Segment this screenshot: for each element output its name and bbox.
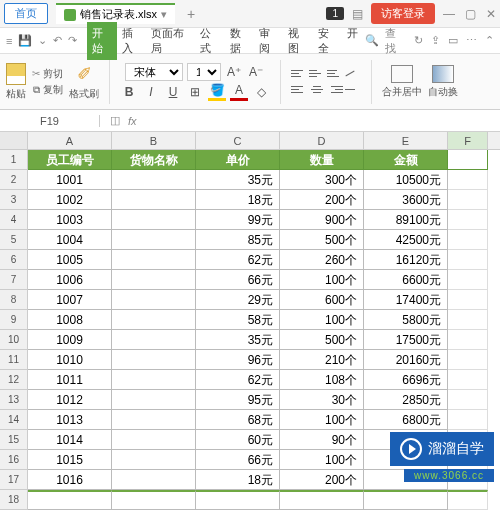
col-header-c[interactable]: C (196, 132, 280, 149)
cell[interactable] (448, 370, 488, 390)
cell[interactable]: 300个 (280, 170, 364, 190)
row-header[interactable]: 1 (0, 150, 28, 170)
cell[interactable] (280, 490, 364, 510)
menu-data[interactable]: 数据 (225, 22, 254, 60)
cell[interactable]: 35元 (196, 170, 280, 190)
cell[interactable]: 3600元 (364, 190, 448, 210)
cell[interactable]: 1011 (28, 370, 112, 390)
auto-wrap-button[interactable]: 自动换 (428, 65, 458, 99)
cell[interactable]: 210个 (280, 350, 364, 370)
cell[interactable] (112, 350, 196, 370)
decrease-font-icon[interactable]: A⁻ (247, 63, 265, 81)
align-center-icon[interactable] (309, 83, 325, 97)
row-header[interactable]: 9 (0, 310, 28, 330)
row-header[interactable]: 17 (0, 470, 28, 490)
header-cell[interactable]: 货物名称 (112, 150, 196, 170)
cell[interactable] (112, 210, 196, 230)
login-button[interactable]: 访客登录 (371, 3, 435, 24)
row-header[interactable]: 11 (0, 350, 28, 370)
cell[interactable] (112, 370, 196, 390)
align-bottom-icon[interactable] (327, 67, 343, 81)
clear-format-icon[interactable]: ◇ (252, 83, 270, 101)
search-label[interactable]: 查找 (385, 26, 404, 56)
cell[interactable] (364, 490, 448, 510)
cell[interactable]: 6600元 (364, 270, 448, 290)
font-name-select[interactable]: 宋体 (125, 63, 183, 81)
cell[interactable]: 1009 (28, 330, 112, 350)
cell[interactable]: 60元 (196, 430, 280, 450)
menu-review[interactable]: 审阅 (254, 22, 283, 60)
row-header[interactable]: 7 (0, 270, 28, 290)
cell[interactable] (448, 270, 488, 290)
cell[interactable]: 99元 (196, 210, 280, 230)
cut-button[interactable]: ✂剪切 (32, 67, 63, 81)
cell[interactable]: 100个 (280, 310, 364, 330)
align-middle-icon[interactable] (309, 67, 325, 81)
menu-view[interactable]: 视图 (283, 22, 312, 60)
collapse-icon[interactable]: ⌃ (485, 34, 494, 47)
header-cell[interactable]: 数量 (280, 150, 364, 170)
settings-icon[interactable]: ▭ (448, 34, 458, 47)
cell[interactable]: 600个 (280, 290, 364, 310)
cell[interactable]: 1004 (28, 230, 112, 250)
cell[interactable]: 66元 (196, 270, 280, 290)
cell[interactable] (448, 170, 488, 190)
cell[interactable]: 95元 (196, 390, 280, 410)
cell[interactable] (112, 390, 196, 410)
name-box[interactable]: F19 (0, 115, 100, 127)
cell[interactable]: 1005 (28, 250, 112, 270)
col-header-b[interactable]: B (112, 132, 196, 149)
cell[interactable]: 1008 (28, 310, 112, 330)
cell[interactable]: 2850元 (364, 390, 448, 410)
cell[interactable]: 100个 (280, 270, 364, 290)
reference-icon[interactable]: ◫ (110, 114, 120, 127)
cell[interactable] (28, 490, 112, 510)
header-cell[interactable]: 单价 (196, 150, 280, 170)
menu-security[interactable]: 安全 (313, 22, 342, 60)
cell[interactable]: 66元 (196, 450, 280, 470)
cell[interactable] (448, 330, 488, 350)
cell[interactable]: 500个 (280, 330, 364, 350)
cell[interactable] (112, 290, 196, 310)
cell[interactable] (112, 450, 196, 470)
copy-button[interactable]: ⧉复制 (33, 83, 63, 97)
menu-dropdown-icon[interactable]: ≡ (6, 35, 12, 47)
cell[interactable]: 62元 (196, 250, 280, 270)
home-tab[interactable]: 首页 (4, 3, 48, 24)
cell[interactable]: 900个 (280, 210, 364, 230)
cell[interactable]: 1016 (28, 470, 112, 490)
merge-center-button[interactable]: 合并居中 (382, 65, 422, 99)
cell[interactable]: 85元 (196, 230, 280, 250)
cell[interactable]: 30个 (280, 390, 364, 410)
col-header-d[interactable]: D (280, 132, 364, 149)
sync-icon[interactable]: ↻ (414, 34, 423, 47)
menu-start[interactable]: 开始 (87, 22, 116, 60)
menu-icon[interactable]: ▤ (352, 7, 363, 21)
select-all-corner[interactable] (0, 132, 28, 149)
header-cell[interactable]: 金额 (364, 150, 448, 170)
cell[interactable]: 108个 (280, 370, 364, 390)
paste-button[interactable]: 粘贴 (6, 63, 26, 101)
align-left-icon[interactable] (291, 83, 307, 97)
cell[interactable]: 90个 (280, 430, 364, 450)
row-header[interactable]: 8 (0, 290, 28, 310)
cell[interactable]: 89100元 (364, 210, 448, 230)
cell[interactable]: 1001 (28, 170, 112, 190)
row-header[interactable]: 4 (0, 210, 28, 230)
cell[interactable]: 20160元 (364, 350, 448, 370)
cell[interactable] (112, 430, 196, 450)
cell[interactable]: 42500元 (364, 230, 448, 250)
cell[interactable]: 100个 (280, 410, 364, 430)
minimize-icon[interactable]: — (443, 7, 455, 21)
fill-color-button[interactable]: 🪣 (208, 83, 226, 101)
cell[interactable]: 68元 (196, 410, 280, 430)
share-icon[interactable]: ⇪ (431, 34, 440, 47)
underline-button[interactable]: U (164, 83, 182, 101)
cell[interactable] (448, 350, 488, 370)
cell[interactable] (112, 230, 196, 250)
format-painter-button[interactable]: ✐ 格式刷 (69, 63, 99, 101)
cell[interactable]: 17500元 (364, 330, 448, 350)
cell[interactable]: 1015 (28, 450, 112, 470)
cell[interactable] (112, 190, 196, 210)
cell[interactable]: 1014 (28, 430, 112, 450)
